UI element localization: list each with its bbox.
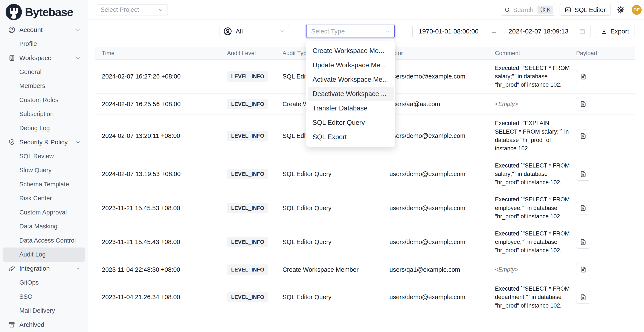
cell-time: 2023-11-21 15:45:43 +08:00 [96, 238, 227, 246]
cell-actor: users/demo@example.com [390, 238, 495, 246]
bytebase-logo[interactable]: Bytebase [0, 0, 88, 21]
user-avatar[interactable]: DE [632, 5, 642, 15]
col-header-comment: Comment [495, 50, 576, 57]
sidebar-item-mail-delivery[interactable]: Mail Delivery [0, 304, 88, 318]
cell-actor: users/qa1@example.com [390, 266, 495, 273]
download-icon [600, 28, 608, 35]
cell-comment: Executed `"SELECT * FROM employee;"` in … [495, 225, 576, 259]
payload-view-button[interactable] [576, 98, 590, 110]
audit-level-badge: LEVEL_INFO [227, 203, 268, 213]
user-circle-icon [223, 27, 232, 36]
payload-view-button[interactable] [576, 291, 590, 304]
brand-name: Bytebase [25, 5, 73, 19]
type-menu-item[interactable]: SQL Editor Query [306, 115, 396, 130]
cell-time: 2023-11-21 15:45:53 +08:00 [96, 205, 227, 212]
sidebar-item-data-access-control[interactable]: Data Access Control [0, 234, 88, 248]
sidebar-item-members[interactable]: Members [0, 79, 88, 93]
sidebar-item-sql-review[interactable]: SQL Review [0, 149, 88, 164]
type-menu-item[interactable]: Deactivate Workspace ... [308, 87, 394, 101]
audit-type-select[interactable]: Select Type [306, 25, 395, 38]
type-menu-item[interactable]: SQL Export [306, 130, 396, 144]
topbar: Select Project Search ⌘ K SQL Editor [88, 0, 644, 20]
sidebar-item-gitops[interactable]: GitOps [0, 276, 88, 290]
sidebar-group-workspace[interactable]: Workspace [0, 51, 88, 65]
sidebar-item-slow-query[interactable]: Slow Query [0, 163, 88, 177]
audit-level-badge: LEVEL_INFO [227, 71, 268, 82]
terminal-icon [564, 6, 572, 13]
payload-view-button[interactable] [576, 70, 590, 83]
sql-editor-button[interactable]: SQL Editor [560, 4, 611, 16]
audit-type-dropdown-menu: Create Workspace Me... Update Workspace … [306, 41, 396, 147]
export-button[interactable]: Export [595, 25, 635, 38]
type-menu-item[interactable]: Create Workspace Me... [306, 43, 396, 58]
cell-actor: users/demo@example.com [390, 73, 495, 80]
sidebar-item-schema-template[interactable]: Schema Template [0, 177, 88, 191]
cell-time: 2024-02-07 13:20:11 +08:00 [96, 132, 227, 139]
sidebar-item-audit-log[interactable]: Audit Log [2, 247, 85, 262]
audit-level-badge: LEVEL_INFO [227, 237, 268, 247]
bytebase-logo-icon [6, 4, 22, 20]
topbar-right: Search ⌘ K SQL Editor DE [501, 4, 642, 16]
cell-audit-type: Create Workspace Member [282, 266, 390, 273]
sidebar-group-security-policy[interactable]: Security & Policy [0, 135, 88, 149]
chevron-down-icon [75, 55, 81, 61]
audit-level-badge: LEVEL_INFO [227, 131, 268, 141]
sidebar-group-integration[interactable]: Integration [0, 262, 88, 276]
table-row: 2023-11-21 15:45:43 +08:00 LEVEL_INFO SQ… [96, 225, 636, 259]
date-range-picker[interactable]: 1970-01-01 08:00:00 → 2024-02-07 18:09:1… [412, 25, 591, 38]
sidebar-item-data-masking[interactable]: Data Masking [0, 219, 88, 234]
cell-time: 2023-11-04 22:48:30 +08:00 [96, 266, 227, 273]
table-row: 2023-11-21 15:45:53 +08:00 LEVEL_INFO SQ… [96, 191, 636, 225]
cell-comment: Executed `"EXPLAIN SELECT * FROM salary;… [495, 115, 576, 157]
cell-comment: <Empty> [495, 261, 576, 278]
audit-level-badge: LEVEL_INFO [227, 264, 268, 275]
sidebar: Bytebase Account Profile Workspace Gener… [0, 0, 88, 332]
cell-audit-type: SQL Editor Query [282, 238, 390, 246]
shield-check-icon [8, 139, 16, 146]
sidebar-group-archived[interactable]: Archived [0, 318, 88, 332]
payload-view-button[interactable] [576, 202, 590, 214]
sidebar-item-sso[interactable]: SSO [0, 290, 88, 304]
col-header-actor: Actor [390, 50, 495, 57]
sidebar-item-risk-center[interactable]: Risk Center [0, 191, 88, 205]
actor-filter-select[interactable]: All [220, 25, 289, 38]
sidebar-item-debug-log[interactable]: Debug Log [0, 121, 88, 135]
type-menu-item[interactable]: Transfer Database [306, 101, 396, 115]
audit-level-badge: LEVEL_INFO [227, 99, 268, 109]
date-start: 1970-01-01 08:00:00 [419, 28, 478, 35]
type-menu-item[interactable]: Activate Workspace Me... [306, 72, 396, 87]
cell-comment: Executed `"SELECT * FROM department;"` i… [495, 280, 576, 314]
payload-view-button[interactable] [576, 130, 590, 142]
payload-view-button[interactable] [576, 236, 590, 249]
col-header-payload: Payload [576, 50, 636, 57]
audit-level-badge: LEVEL_INFO [227, 292, 268, 302]
cell-actor: users/demo@example.com [390, 205, 495, 212]
type-menu-item[interactable]: Update Workspace Me... [306, 58, 396, 72]
cell-audit-type: SQL Editor Query [282, 294, 390, 301]
payload-view-button[interactable] [576, 263, 590, 276]
chevron-down-icon [158, 7, 164, 13]
cell-comment: Executed `"SELECT * FROM salary;"` in da… [495, 157, 576, 191]
chevron-down-icon [279, 28, 285, 34]
table-row: 2023-11-04 21:26:34 +08:00 LEVEL_INFO SQ… [96, 280, 636, 314]
sidebar-item-custom-approval[interactable]: Custom Approval [0, 205, 88, 220]
sidebar-item-custom-roles[interactable]: Custom Roles [0, 93, 88, 107]
sidebar-item-profile[interactable]: Profile [0, 37, 88, 51]
sidebar-group-account[interactable]: Account [0, 23, 88, 37]
sidebar-item-general[interactable]: General [0, 65, 88, 79]
search-shortcut-kbd: ⌘ K [538, 5, 553, 14]
settings-gear-icon[interactable] [616, 5, 625, 14]
cell-actor: users/demo@example.com [390, 132, 495, 139]
search-icon [504, 7, 510, 13]
building-icon [8, 54, 16, 62]
sidebar-item-subscription[interactable]: Subscription [0, 107, 88, 121]
search-input[interactable]: Search ⌘ K [501, 4, 555, 16]
cell-audit-type: SQL Editor Query [282, 170, 390, 177]
cell-comment: <Empty> [495, 96, 576, 113]
table-row: 2023-11-04 22:48:30 +08:00 LEVEL_INFO Cr… [96, 259, 636, 280]
table-row: 2024-02-07 13:19:53 +08:00 LEVEL_INFO SQ… [96, 157, 636, 191]
chevron-down-icon [75, 266, 81, 271]
chevron-down-icon [75, 139, 81, 145]
payload-view-button[interactable] [576, 168, 590, 180]
project-select[interactable]: Select Project [96, 4, 168, 15]
